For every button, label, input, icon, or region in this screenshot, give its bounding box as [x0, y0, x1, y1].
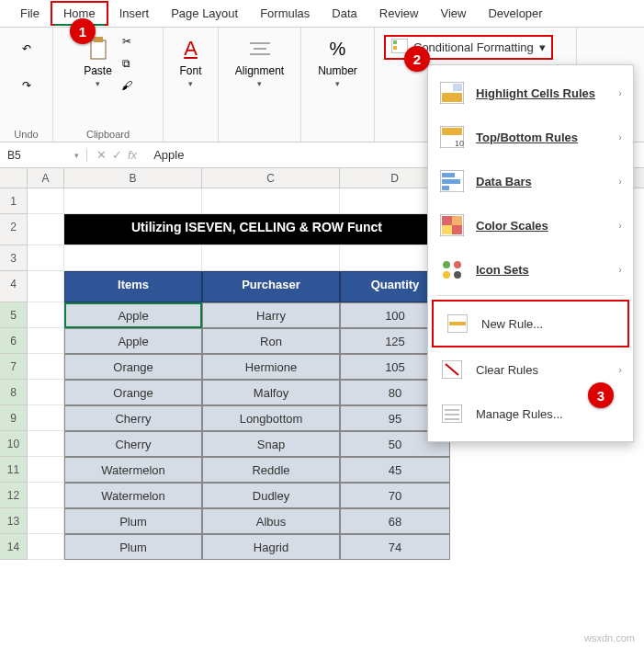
table-cell[interactable]: Watermelon	[64, 483, 202, 508]
cell[interactable]	[64, 245, 202, 271]
cell[interactable]	[28, 214, 64, 245]
title-cell[interactable]: Utilizing ISEVEN, CELLING & ROW Funct	[64, 214, 450, 245]
menu-item-label: Clear Rules	[476, 363, 607, 377]
fx-icon[interactable]: fx	[128, 148, 137, 162]
table-cell[interactable]: Apple	[64, 302, 202, 328]
table-cell[interactable]: 70	[340, 483, 450, 508]
table-cell[interactable]: Longbottom	[202, 405, 340, 431]
cell[interactable]	[64, 188, 202, 214]
table-cell[interactable]: Malfoy	[202, 380, 340, 405]
cell[interactable]	[28, 534, 64, 560]
table-cell[interactable]: Reddle	[202, 457, 340, 483]
name-box[interactable]: B5 ▾	[0, 149, 87, 162]
table-cell[interactable]: 68	[340, 508, 450, 534]
cell[interactable]	[28, 271, 64, 302]
table-cell[interactable]: Snap	[202, 431, 340, 457]
svg-rect-31	[442, 404, 462, 423]
menu-item-data-bars[interactable]: Data Bars›	[428, 159, 633, 203]
column-header[interactable]: A	[28, 168, 64, 188]
column-header[interactable]: C	[202, 168, 340, 188]
cut-button[interactable]: ✂	[120, 33, 133, 50]
copy-button[interactable]: ⧉	[120, 55, 132, 72]
row-header[interactable]: 14	[0, 534, 28, 560]
table-cell[interactable]: Cherry	[64, 405, 202, 431]
alignment-group-button[interactable]: Alignment ▾	[233, 33, 286, 90]
menu-tab-developer[interactable]: Developer	[477, 3, 553, 24]
cell[interactable]	[202, 245, 340, 271]
table-cell[interactable]: Dudley	[202, 483, 340, 508]
cell[interactable]	[28, 302, 64, 328]
menu-item-color-scales[interactable]: Color Scales›	[428, 203, 633, 247]
cell[interactable]	[28, 188, 64, 214]
format-painter-button[interactable]: 🖌	[119, 77, 134, 94]
svg-rect-6	[393, 40, 397, 44]
row-header[interactable]: 7	[0, 354, 28, 380]
menu-tab-page-layout[interactable]: Page Layout	[160, 3, 249, 24]
row-header[interactable]: 3	[0, 245, 28, 271]
row-header[interactable]: 10	[0, 431, 28, 457]
menu-tab-formulas[interactable]: Formulas	[249, 3, 321, 24]
cell[interactable]	[28, 354, 64, 380]
table-cell[interactable]: Plum	[64, 508, 202, 534]
cancel-icon[interactable]: ✕	[96, 148, 107, 162]
column-header[interactable]: B	[64, 168, 202, 188]
table-cell[interactable]: Hagrid	[202, 534, 340, 560]
undo-button[interactable]: ↶	[11, 33, 42, 64]
table-cell[interactable]: Plum	[64, 534, 202, 560]
table-cell[interactable]: 74	[340, 534, 450, 560]
row-header[interactable]: 13	[0, 508, 28, 534]
cell[interactable]	[28, 328, 64, 354]
menu-tab-review[interactable]: Review	[368, 3, 430, 24]
row-header[interactable]: 6	[0, 328, 28, 354]
redo-button[interactable]: ↷	[11, 70, 42, 101]
cell[interactable]	[28, 380, 64, 405]
table-cell[interactable]: Ron	[202, 328, 340, 354]
row-header[interactable]: 4	[0, 271, 28, 302]
menu-tab-insert[interactable]: Insert	[108, 3, 161, 24]
menu-tab-view[interactable]: View	[429, 3, 477, 24]
font-group-button[interactable]: A Font ▾	[175, 33, 207, 90]
table-cell[interactable]: Orange	[64, 380, 202, 405]
row-header[interactable]: 8	[0, 380, 28, 405]
menu-item-top-bottom-rules[interactable]: 10Top/Bottom Rules›	[428, 115, 633, 159]
cell[interactable]	[28, 508, 64, 534]
cell[interactable]	[28, 457, 64, 483]
menu-item-highlight-cells-rules[interactable]: Highlight Cells Rules›	[428, 71, 633, 115]
cell[interactable]	[202, 188, 340, 214]
menu-tab-file[interactable]: File	[9, 3, 51, 24]
menu-tab-data[interactable]: Data	[321, 3, 367, 24]
table-cell[interactable]: 45	[340, 457, 450, 483]
table-cell[interactable]: Harry	[202, 302, 340, 328]
select-all-corner[interactable]	[0, 168, 28, 188]
cell[interactable]	[28, 405, 64, 431]
percent-icon: %	[324, 35, 352, 63]
cell[interactable]	[28, 483, 64, 508]
menubar: FileHomeInsertPage LayoutFormulasDataRev…	[0, 0, 644, 28]
table-cell[interactable]: Cherry	[64, 431, 202, 457]
enter-icon[interactable]: ✓	[112, 148, 122, 162]
row-header[interactable]: 11	[0, 457, 28, 483]
ribbon-group-label: Clipboard	[86, 127, 130, 140]
row-header[interactable]: 9	[0, 405, 28, 431]
number-group-button[interactable]: % Number ▾	[316, 33, 359, 90]
table-cell[interactable]: Orange	[64, 354, 202, 380]
svg-rect-16	[442, 179, 460, 184]
row-header[interactable]: 5	[0, 302, 28, 328]
table-header[interactable]: Items	[64, 271, 202, 302]
svg-point-26	[454, 271, 461, 279]
table-cell[interactable]: Apple	[64, 328, 202, 354]
cell[interactable]	[28, 431, 64, 457]
table-cell[interactable]: Albus	[202, 508, 340, 534]
cell[interactable]	[28, 245, 64, 271]
row-header[interactable]: 2	[0, 214, 28, 245]
chevron-right-icon: ›	[618, 220, 622, 231]
menu-item-new-rule[interactable]: New Rule...	[432, 300, 629, 347]
row-header[interactable]: 12	[0, 483, 28, 508]
table-header[interactable]: Purchaser	[202, 271, 340, 302]
icon-sets-icon	[439, 256, 465, 282]
table-cell[interactable]: Watermelon	[64, 457, 202, 483]
svg-rect-22	[452, 225, 462, 234]
menu-item-icon-sets[interactable]: Icon Sets›	[428, 247, 633, 291]
row-header[interactable]: 1	[0, 188, 28, 214]
table-cell[interactable]: Hermione	[202, 354, 340, 380]
